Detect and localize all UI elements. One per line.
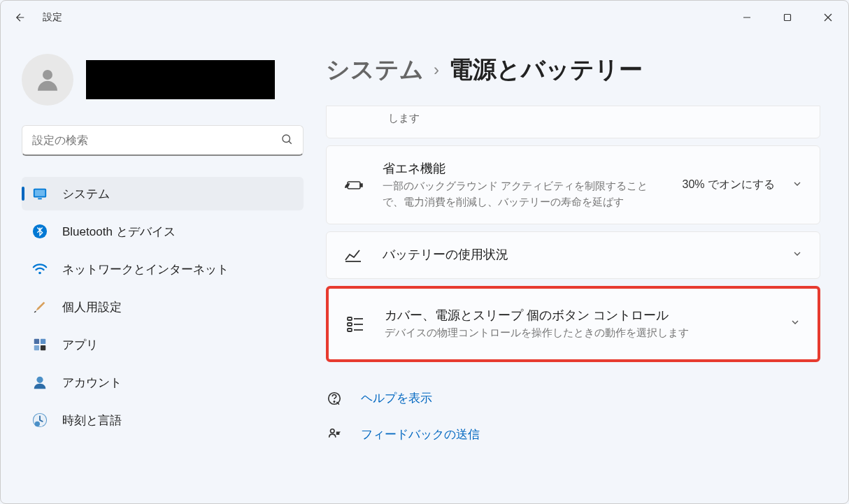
- brush-icon: [31, 298, 48, 315]
- sidebar: システム Bluetooth とデバイス ネットワークとインターネット 個人用設…: [1, 34, 319, 503]
- controls-icon: [345, 315, 365, 332]
- svg-rect-27: [348, 329, 352, 331]
- help-link-text: フィードバックの送信: [361, 426, 480, 442]
- bluetooth-icon: [31, 223, 48, 240]
- card-partial-text: します: [388, 112, 420, 124]
- help-link-text: ヘルプを表示: [361, 390, 432, 406]
- nav-label: ネットワークとインターネット: [62, 261, 229, 278]
- leaf-battery-icon: [343, 178, 363, 192]
- card-lid-power-buttons[interactable]: カバー、電源とスリープ 個のボタン コントロール デバイスの物理コントロールを操…: [326, 286, 820, 362]
- card-value: 30% でオンにする: [683, 178, 775, 192]
- help-icon: [326, 390, 343, 407]
- nav-bluetooth[interactable]: Bluetooth とデバイス: [22, 215, 304, 248]
- svg-rect-8: [35, 190, 45, 196]
- svg-rect-1: [785, 15, 791, 21]
- help-links: ヘルプを表示 フィードバックの送信: [326, 390, 820, 443]
- avatar: [22, 54, 73, 106]
- titlebar-left: 設定: [13, 10, 713, 24]
- titlebar: 設定: [1, 1, 848, 34]
- nav-apps[interactable]: アプリ: [22, 328, 304, 361]
- svg-point-30: [334, 401, 334, 401]
- svg-point-16: [36, 377, 43, 383]
- search-box[interactable]: [22, 125, 304, 156]
- back-button[interactable]: [13, 10, 27, 24]
- main-content: システム › 電源とバッテリー します 省エネ機能 一部のバックグラウンド アク…: [319, 34, 848, 503]
- breadcrumb: システム › 電源とバッテリー: [326, 54, 820, 86]
- system-icon: [31, 185, 48, 202]
- profile-name-redacted: [86, 60, 275, 99]
- card-energy-saver[interactable]: 省エネ機能 一部のバックグラウンド アクティビティを制限することで、電力消費を削…: [326, 145, 820, 224]
- profile-section[interactable]: [22, 54, 304, 106]
- card-battery-usage[interactable]: バッテリーの使用状況: [326, 231, 820, 279]
- nav-label: アカウント: [62, 375, 122, 391]
- svg-rect-12: [34, 339, 39, 344]
- card-desc: 一部のバックグラウンド アクティビティを制限することで、電力消費を削減し、バッテ…: [383, 178, 663, 210]
- feedback-icon: [326, 426, 343, 443]
- breadcrumb-current: 電源とバッテリー: [449, 54, 643, 86]
- svg-rect-15: [41, 345, 45, 350]
- card-title: バッテリーの使用状況: [383, 246, 772, 263]
- svg-rect-14: [34, 345, 39, 350]
- help-link-feedback[interactable]: フィードバックの送信: [326, 426, 820, 443]
- card-partial-top[interactable]: します: [326, 106, 820, 138]
- chart-icon: [343, 247, 363, 263]
- help-link-show-help[interactable]: ヘルプを表示: [326, 390, 820, 407]
- nav-label: 個人用設定: [62, 299, 122, 315]
- card-title: カバー、電源とスリープ 個のボタン コントロール: [385, 307, 770, 324]
- apps-icon: [31, 336, 48, 353]
- svg-rect-23: [348, 317, 352, 320]
- search-input[interactable]: [32, 134, 280, 147]
- clock-icon: [31, 412, 48, 429]
- nav-personalization[interactable]: 個人用設定: [22, 290, 304, 324]
- svg-rect-9: [38, 198, 42, 199]
- nav-label: システム: [62, 186, 110, 202]
- svg-rect-20: [348, 182, 360, 189]
- nav-label: アプリ: [62, 337, 98, 353]
- app-title: 設定: [43, 11, 62, 24]
- account-icon: [31, 374, 48, 391]
- chevron-down-icon: [792, 178, 803, 192]
- nav-time-language[interactable]: 時刻と言語: [22, 403, 304, 437]
- nav-network[interactable]: ネットワークとインターネット: [22, 252, 304, 286]
- chevron-down-icon: [792, 248, 803, 262]
- svg-line-6: [289, 141, 292, 144]
- svg-point-5: [283, 135, 290, 143]
- chevron-right-icon: ›: [434, 60, 439, 80]
- svg-point-11: [38, 272, 41, 275]
- svg-point-31: [331, 429, 335, 433]
- nav-system[interactable]: システム: [22, 177, 304, 210]
- nav-list: システム Bluetooth とデバイス ネットワークとインターネット 個人用設…: [22, 177, 304, 437]
- nav-accounts[interactable]: アカウント: [22, 366, 304, 399]
- search-icon: [280, 133, 293, 148]
- svg-rect-13: [41, 339, 45, 344]
- window-controls: [727, 1, 848, 34]
- wifi-icon: [31, 261, 48, 278]
- svg-rect-25: [348, 323, 352, 326]
- svg-point-4: [43, 70, 52, 80]
- minimize-button[interactable]: [727, 1, 767, 34]
- svg-rect-21: [360, 184, 362, 187]
- chevron-down-icon: [790, 317, 801, 331]
- breadcrumb-parent[interactable]: システム: [326, 54, 424, 86]
- nav-label: Bluetooth とデバイス: [62, 224, 176, 240]
- close-button[interactable]: [808, 1, 848, 34]
- svg-point-19: [35, 422, 40, 426]
- card-title: 省エネ機能: [383, 160, 663, 177]
- maximize-button[interactable]: [767, 1, 808, 34]
- nav-label: 時刻と言語: [62, 412, 122, 429]
- card-desc: デバイスの物理コントロールを操作したときの動作を選択します: [385, 325, 770, 341]
